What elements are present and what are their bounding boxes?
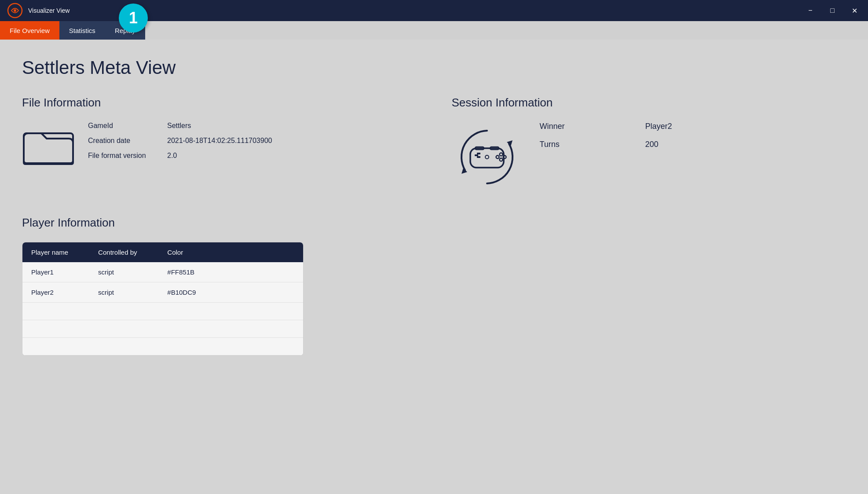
table-row-empty bbox=[22, 320, 303, 338]
maximize-button[interactable]: □ bbox=[826, 4, 839, 17]
col-color: Color bbox=[158, 242, 215, 262]
app-logo-icon bbox=[7, 3, 23, 18]
table-row: Player2 script #B10DC9 bbox=[22, 282, 303, 303]
badge-1: 1 bbox=[119, 4, 148, 33]
gameid-label: GameId bbox=[88, 122, 158, 130]
col-extra bbox=[215, 242, 303, 262]
title-bar-controls: − □ ✕ bbox=[804, 4, 861, 17]
two-column-layout: File Information GameId Settlers Creatio bbox=[22, 96, 846, 194]
tab-file-overview[interactable]: File Overview bbox=[0, 21, 59, 40]
col-controlled-by: Controlled by bbox=[89, 242, 158, 262]
player-name-cell: Player1 bbox=[22, 262, 89, 282]
table-row: Player1 script #FF851B bbox=[22, 262, 303, 282]
color-cell: #B10DC9 bbox=[158, 282, 215, 303]
folder-icon-wrapper bbox=[22, 122, 75, 168]
page-title: Settlers Meta View bbox=[22, 57, 846, 78]
player-table-body: Player1 script #FF851B Player2 script #B… bbox=[22, 262, 303, 355]
player-name-cell: Player2 bbox=[22, 282, 89, 303]
gamepad-icon bbox=[452, 122, 522, 192]
svg-point-10 bbox=[503, 156, 506, 159]
title-bar: Visualizer View 1 − □ ✕ bbox=[0, 0, 868, 21]
session-information-section: Session Information bbox=[452, 96, 846, 194]
session-information-heading: Session Information bbox=[452, 96, 846, 110]
close-button[interactable]: ✕ bbox=[848, 4, 861, 17]
turns-label: Turns bbox=[540, 140, 593, 149]
winner-value: Player2 bbox=[645, 122, 672, 131]
svg-point-12 bbox=[499, 158, 502, 161]
file-format-value: 2.0 bbox=[167, 152, 177, 160]
creation-date-row: Creation date 2021-08-18T14:02:25.111703… bbox=[88, 137, 417, 145]
file-format-row: File format version 2.0 bbox=[88, 152, 417, 160]
player-table-header: Player name Controlled by Color bbox=[22, 242, 303, 262]
table-row-empty bbox=[22, 303, 303, 320]
winner-row: Winner Player2 bbox=[540, 122, 846, 131]
session-details: Winner Player2 Turns 200 bbox=[540, 122, 846, 158]
title-bar-left: Visualizer View bbox=[7, 3, 70, 18]
svg-rect-8 bbox=[477, 156, 480, 158]
gameid-value: Settlers bbox=[167, 122, 191, 130]
svg-point-1 bbox=[14, 9, 16, 12]
file-information-heading: File Information bbox=[22, 96, 417, 110]
gameid-row: GameId Settlers bbox=[88, 122, 417, 130]
controlled-by-cell: script bbox=[89, 282, 158, 303]
file-info-content: GameId Settlers Creation date 2021-08-18… bbox=[22, 122, 417, 168]
player-information-section: Player Information Player name Controlle… bbox=[22, 216, 846, 356]
player-information-heading: Player Information bbox=[22, 216, 846, 230]
turns-value: 200 bbox=[645, 140, 659, 149]
svg-point-13 bbox=[485, 155, 489, 159]
folder-icon bbox=[22, 122, 75, 166]
svg-rect-7 bbox=[477, 153, 480, 154]
file-format-label: File format version bbox=[88, 152, 158, 160]
app-title: Visualizer View bbox=[28, 7, 70, 14]
file-information-section: File Information GameId Settlers Creatio bbox=[22, 96, 417, 194]
svg-point-11 bbox=[496, 156, 499, 159]
session-info-content: Winner Player2 Turns 200 bbox=[452, 122, 846, 194]
main-content: Settlers Meta View File Information Game… bbox=[0, 40, 868, 494]
turns-row: Turns 200 bbox=[540, 140, 846, 149]
winner-label: Winner bbox=[540, 122, 593, 131]
table-row-empty bbox=[22, 338, 303, 355]
tab-statistics[interactable]: Statistics bbox=[59, 21, 105, 40]
svg-rect-6 bbox=[475, 154, 478, 156]
svg-point-9 bbox=[499, 153, 502, 156]
extra-cell bbox=[215, 282, 303, 303]
session-icon-wrapper bbox=[452, 122, 522, 194]
player-table: Player name Controlled by Color Player1 … bbox=[22, 242, 303, 355]
player-table-container: Player name Controlled by Color Player1 … bbox=[22, 242, 304, 356]
file-info-details: GameId Settlers Creation date 2021-08-18… bbox=[88, 122, 417, 167]
creation-date-value: 2021-08-18T14:02:25.111703900 bbox=[167, 137, 272, 145]
creation-date-label: Creation date bbox=[88, 137, 158, 145]
player-table-header-row: Player name Controlled by Color bbox=[22, 242, 303, 262]
col-player-name: Player name bbox=[22, 242, 89, 262]
controlled-by-cell: script bbox=[89, 262, 158, 282]
minimize-button[interactable]: − bbox=[804, 4, 817, 17]
color-cell: #FF851B bbox=[158, 262, 215, 282]
extra-cell bbox=[215, 262, 303, 282]
